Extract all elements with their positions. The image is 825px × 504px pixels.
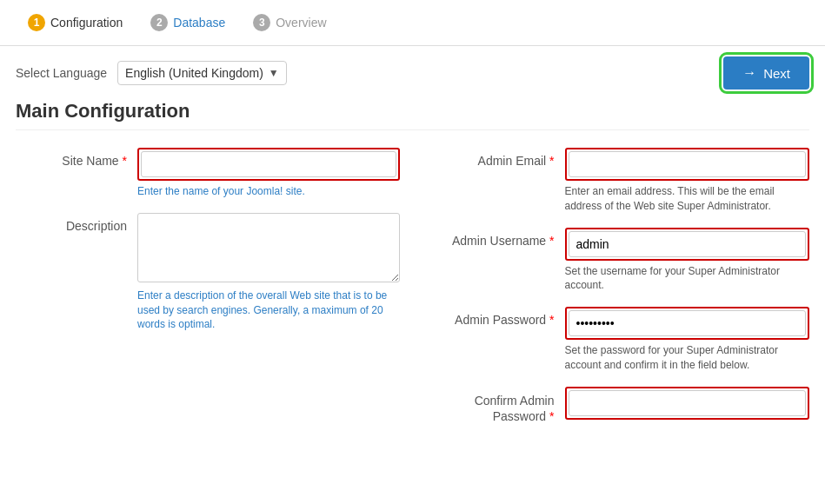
admin-email-label: Admin Email * [426, 148, 565, 168]
description-label: Description [16, 213, 137, 233]
confirm-password-input-wrap [565, 387, 810, 420]
admin-password-input[interactable] [569, 310, 807, 336]
next-button[interactable]: → Next [723, 56, 809, 90]
description-input-wrap: Enter a description of the overall Web s… [137, 213, 400, 332]
tab-badge-configuration: 1 [28, 14, 45, 31]
description-input[interactable] [137, 213, 400, 282]
form-columns: Site Name * Enter the name of your Jooml… [16, 148, 809, 438]
arrow-icon: → [742, 65, 756, 81]
site-name-label: Site Name * [16, 148, 137, 168]
admin-username-label: Admin Username * [426, 228, 565, 248]
chevron-down-icon: ▼ [269, 67, 279, 79]
language-label: Select Language [16, 66, 107, 80]
admin-username-row: Admin Username * Set the username for yo… [426, 228, 810, 294]
page-title: Main Configuration [16, 100, 809, 130]
admin-email-row: Admin Email * Enter an email address. Th… [426, 148, 810, 214]
tab-configuration[interactable]: 1 Configuration [16, 9, 135, 36]
tab-database[interactable]: 2 Database [138, 9, 237, 36]
admin-email-input-wrap: Enter an email address. This will be the… [565, 148, 810, 214]
tab-badge-overview: 3 [253, 14, 270, 31]
admin-email-help: Enter an email address. This will be the… [565, 184, 810, 214]
tab-label-configuration: Configuration [50, 16, 123, 30]
admin-email-required: * [549, 154, 554, 168]
language-select-group: Select Language English (United Kingdom)… [16, 61, 287, 85]
right-column: Admin Email * Enter an email address. Th… [426, 148, 810, 438]
main-content: Main Configuration Site Name * Enter the… [0, 100, 825, 455]
admin-password-field-border [565, 307, 810, 340]
admin-password-help: Set the password for your Super Administ… [565, 343, 810, 373]
admin-password-row: Admin Password * Set the password for yo… [426, 307, 810, 373]
admin-username-field-border [565, 228, 810, 261]
admin-username-required: * [549, 234, 554, 248]
tabs-bar: 1 Configuration 2 Database 3 Overview [0, 0, 825, 46]
admin-username-input[interactable] [569, 231, 807, 257]
tab-badge-database: 2 [150, 14, 168, 31]
confirm-password-label: Confirm Admin Password * [426, 387, 565, 424]
description-help: Enter a description of the overall Web s… [137, 288, 400, 332]
confirm-password-row: Confirm Admin Password * [426, 387, 810, 424]
admin-email-input[interactable] [569, 151, 807, 177]
admin-email-field-border [565, 148, 810, 181]
confirm-password-required: * [549, 409, 554, 423]
site-name-input[interactable] [141, 151, 396, 177]
admin-username-help: Set the username for your Super Administ… [565, 264, 810, 294]
tab-label-overview: Overview [276, 16, 326, 30]
site-name-input-wrap: Enter the name of your Joomla! site. [137, 148, 400, 199]
site-name-field-border [137, 148, 400, 181]
left-column: Site Name * Enter the name of your Jooml… [16, 148, 400, 438]
language-dropdown[interactable]: English (United Kingdom) ▼ [117, 61, 287, 85]
confirm-password-field-border [565, 387, 810, 420]
description-row: Description Enter a description of the o… [16, 213, 400, 332]
site-name-help: Enter the name of your Joomla! site. [137, 184, 400, 199]
admin-password-required: * [549, 313, 554, 327]
confirm-password-input[interactable] [569, 390, 807, 416]
language-value: English (United Kingdom) [125, 66, 263, 80]
tab-label-database[interactable]: Database [173, 16, 225, 30]
next-button-label: Next [763, 66, 790, 81]
admin-username-input-wrap: Set the username for your Super Administ… [565, 228, 810, 294]
site-name-row: Site Name * Enter the name of your Jooml… [16, 148, 400, 199]
tab-overview[interactable]: 3 Overview [241, 9, 338, 36]
admin-password-label: Admin Password * [426, 307, 565, 327]
admin-password-input-wrap: Set the password for your Super Administ… [565, 307, 810, 373]
language-row: Select Language English (United Kingdom)… [0, 46, 825, 100]
site-name-required: * [123, 154, 127, 168]
